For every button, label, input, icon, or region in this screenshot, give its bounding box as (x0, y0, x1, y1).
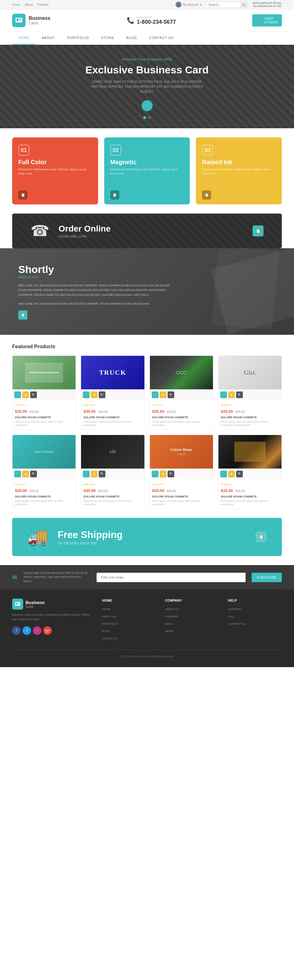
nav-home[interactable]: HOME (12, 32, 36, 45)
footer-link-home[interactable]: HOME (102, 608, 110, 611)
hero-subtitle: Promote Your Business With (122, 57, 172, 62)
add-to-cart-7[interactable]: 🛒 (152, 471, 159, 477)
add-to-cart-8[interactable]: 🛒 (220, 471, 227, 477)
feature-card-magnetic: 02 Magnetic Elementum Pellentesque Antae… (104, 137, 190, 204)
cart-label: CART 0 ITEMS (264, 17, 278, 24)
hero-dot-1[interactable] (143, 116, 146, 119)
price-current-4: $35.00 (221, 409, 233, 414)
footer-link-news[interactable]: NEWS (165, 630, 173, 633)
wishlist-5[interactable]: ★ (22, 471, 29, 477)
feature-num-2: 02 (110, 145, 121, 156)
footer-logo-icon (12, 598, 23, 609)
footer-link-contacts[interactable]: CONTACTS (102, 637, 117, 640)
account-chevron-icon: ▾ (200, 3, 202, 6)
newsletter-text: SUBSCRIBE TO OUR NEWSLETTER TO RECEIVE N… (24, 571, 91, 584)
social-instagram[interactable]: ♡ (33, 626, 41, 635)
wishlist-3[interactable]: ★ (160, 391, 166, 398)
cart-button[interactable]: 🛒 CART 0 ITEMS (252, 14, 282, 27)
quick-view-7[interactable]: 🔍 (168, 471, 174, 477)
topbar-link-home[interactable]: Home (12, 3, 21, 6)
shipping-cta-button[interactable]: 📋 (256, 531, 267, 542)
footer-about-text: Business Cards is proudly created by Wor… (12, 612, 93, 622)
nav-store[interactable]: STORE (95, 32, 120, 45)
nav-contact[interactable]: CONTACT US (143, 32, 180, 45)
nav-portfolio[interactable]: PORTFOLIO (61, 32, 95, 45)
product-price-1: $35.00 $45.00 (13, 408, 76, 415)
feature-title-2: Magnetic (110, 159, 137, 166)
add-to-cart-2[interactable]: 🛒 (83, 391, 90, 398)
add-to-cart-4[interactable]: 🛒 (220, 391, 227, 398)
add-to-cart-3[interactable]: 🛒 (152, 391, 159, 398)
product-desc-8: Dolore ipsum commete ipsum dolor sit ame… (218, 499, 281, 508)
footer-link-aboutus[interactable]: ABOUT US (165, 608, 179, 611)
quick-view-8[interactable]: 🔍 (236, 471, 243, 477)
wishlist-4[interactable]: ★ (228, 391, 235, 398)
quick-view-5[interactable]: 🔍 (30, 471, 37, 477)
quick-view-3[interactable]: 🔍 (168, 391, 174, 398)
wishlist-7[interactable]: ★ (160, 471, 166, 477)
newsletter-subscribe-button[interactable]: SUBSCRIBE (252, 573, 282, 582)
footer-link-contact[interactable]: CONTACT US (228, 622, 246, 625)
price-old-6: $45.00 (98, 489, 108, 493)
footer-link-portfolio[interactable]: PORTFOLIO (102, 622, 118, 625)
add-to-cart-1[interactable]: 🛒 (14, 391, 21, 398)
order-cta-button[interactable]: 📋 (253, 226, 264, 236)
footer-sub: Cards (25, 605, 44, 608)
footer-link-about[interactable]: ABOUT US (102, 615, 116, 618)
footer-link-faq[interactable]: FAQ (228, 615, 234, 618)
feature-btn-1[interactable]: 📋 (18, 190, 27, 199)
footer-brand: Business (25, 600, 44, 605)
logo[interactable]: Business Cards (12, 14, 50, 27)
nav-blog[interactable]: BLOG (120, 32, 143, 45)
hero-dot-2[interactable] (148, 116, 151, 119)
footer-link-support[interactable]: SUPPORT (228, 608, 241, 611)
quick-view-2[interactable]: 🔍 (99, 391, 105, 398)
about-shape-2 (211, 248, 279, 330)
social-facebook[interactable]: f (12, 626, 21, 635)
feature-btn-3[interactable]: 📋 (202, 190, 211, 199)
quick-view-1[interactable]: 🔍 (30, 391, 37, 398)
social-twitter[interactable]: t (22, 626, 31, 635)
nav-about[interactable]: ABOUT (36, 32, 61, 45)
hero-section: Promote Your Business With Exclusive Bus… (0, 45, 294, 128)
footer-bottom: © 2023 Business Cards. All Rights Reserv… (12, 650, 282, 658)
footer-links-2: ABOUT US CAREERS BLOG NEWS (165, 606, 219, 633)
wishlist-1[interactable]: ★ (22, 391, 29, 398)
cart-icon: 🛒 (256, 18, 262, 24)
svg-rect-6 (18, 603, 20, 603)
wishlist-8[interactable]: ★ (228, 471, 235, 477)
order-title: Order Online (59, 224, 243, 234)
product-stars-3: ★★★★★ (150, 400, 213, 408)
topbar-link-about[interactable]: About (25, 3, 33, 6)
product-card-6: ele 🛒 ★ 🔍 ★★★★★ $35.00 $45.00 DOLORE IPS… (81, 435, 145, 509)
add-to-cart-6[interactable]: 🛒 (83, 471, 90, 477)
footer-link-blog2[interactable]: BLOG (165, 622, 173, 625)
account-menu[interactable]: 👤 My Account ▾ (175, 2, 202, 8)
quick-view-4[interactable]: 🔍 (236, 391, 243, 398)
svg-rect-7 (18, 604, 19, 605)
product-actions-4: 🛒 ★ 🔍 (218, 389, 281, 400)
topbar-link-portfolio[interactable]: Portfolio (38, 3, 49, 6)
search-box[interactable]: 🔍 (206, 2, 248, 8)
product-image-1 (13, 356, 76, 389)
about-cta-button[interactable]: 📋 (18, 310, 27, 320)
search-input[interactable] (207, 2, 240, 7)
product-name-7: DOLORE IPSUM COMMETE (150, 495, 213, 499)
newsletter-email-input[interactable] (97, 573, 246, 582)
product-price-7: $35.00 $45.00 (150, 487, 213, 495)
footer-link-blog[interactable]: BLOG (102, 630, 110, 633)
newsletter-section: ✉ SUBSCRIBE TO OUR NEWSLETTER TO RECEIVE… (0, 565, 294, 590)
feature-btn-2[interactable]: 📋 (110, 190, 119, 199)
price-old-1: $45.00 (30, 410, 39, 414)
add-to-cart-5[interactable]: 🛒 (14, 471, 21, 477)
price-current-7: $35.00 (153, 488, 165, 493)
wishlist-6[interactable]: ★ (91, 471, 97, 477)
quick-view-6[interactable]: 🔍 (99, 471, 105, 477)
wishlist-2[interactable]: ★ (91, 391, 97, 398)
logo-text: Business Cards (29, 16, 50, 25)
hero-cta-button[interactable]: 🛒 (141, 100, 153, 111)
footer-link-careers[interactable]: CAREERS (165, 615, 178, 618)
search-button[interactable]: 🔍 (240, 2, 247, 7)
product-desc-1: Dolore ipsum commete ipsum dolor sit ame… (13, 420, 76, 429)
social-googleplus[interactable]: g+ (43, 626, 52, 635)
